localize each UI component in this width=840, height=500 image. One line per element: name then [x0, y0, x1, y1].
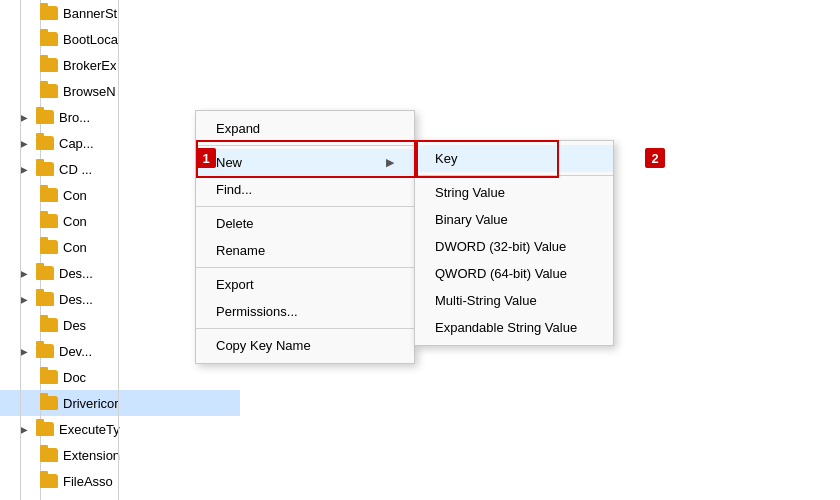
tree-item-bootloca[interactable]: BootLoca [0, 26, 240, 52]
menu-separator [196, 206, 414, 207]
menu-item-expandable-string-value[interactable]: Expandable String Value [415, 314, 613, 341]
menu-item-qword-value[interactable]: QWORD (64-bit) Value [415, 260, 613, 287]
menu-item-dword-value[interactable]: DWORD (32-bit) Value [415, 233, 613, 260]
tree-label: Cap... [59, 136, 94, 151]
folder-icon [36, 344, 54, 358]
menu-separator [196, 267, 414, 268]
folder-icon [40, 318, 58, 332]
context-menu-new: Key String Value Binary Value DWORD (32-… [414, 140, 614, 346]
menu-item-new[interactable]: New ▶ [196, 149, 414, 176]
menu-item-delete[interactable]: Delete [196, 210, 414, 237]
menu-item-permissions[interactable]: Permissions... [196, 298, 414, 325]
annotation-number-1: 1 [196, 148, 216, 168]
expand-arrow: ▶ [20, 268, 36, 279]
menu-item-string-value[interactable]: String Value [415, 179, 613, 206]
tree-item-extension[interactable]: Extension [0, 442, 240, 468]
tree-item-fileasso[interactable]: FileAsso [0, 468, 240, 494]
tree-item-brokerex[interactable]: BrokerEx [0, 52, 240, 78]
tree-label: Des... [59, 266, 93, 281]
tree-label: Drivericor [63, 396, 119, 411]
tree-vline-3 [118, 0, 119, 500]
menu-separator [196, 145, 414, 146]
tree-label: CD ... [59, 162, 92, 177]
expand-arrow: ▶ [20, 138, 36, 149]
folder-icon [36, 110, 54, 124]
tree-label: Doc [63, 370, 86, 385]
context-menu-registry: Expand New ▶ Find... Delete Rename Expor… [195, 110, 415, 364]
menu-item-expand[interactable]: Expand [196, 115, 414, 142]
tree-item-bannerst[interactable]: BannerSt [0, 0, 240, 26]
tree-item-drivericor[interactable]: Drivericor [0, 390, 240, 416]
menu-item-export[interactable]: Export [196, 271, 414, 298]
tree-vline-1 [20, 0, 21, 500]
menu-item-copy-key-name[interactable]: Copy Key Name [196, 332, 414, 359]
folder-icon [40, 448, 58, 462]
tree-label: Des [63, 318, 86, 333]
folder-icon [40, 188, 58, 202]
tree-label: BootLoca [63, 32, 118, 47]
tree-item-browsen[interactable]: BrowseN [0, 78, 240, 104]
menu-item-key[interactable]: Key [415, 145, 613, 172]
tree-label: Extension [63, 448, 120, 463]
menu-item-rename[interactable]: Rename [196, 237, 414, 264]
tree-label: BrokerEx [63, 58, 116, 73]
folder-icon [40, 240, 58, 254]
tree-label: Con [63, 240, 87, 255]
expand-arrow: ▶ [20, 346, 36, 357]
tree-label: ExecuteTy [59, 422, 120, 437]
expand-arrow: ▶ [20, 112, 36, 123]
tree-label: Dev... [59, 344, 92, 359]
folder-icon [40, 58, 58, 72]
menu-separator [415, 175, 613, 176]
expand-arrow: ▶ [20, 424, 36, 435]
expand-arrow: ▶ [20, 164, 36, 175]
tree-item-executety[interactable]: ▶ ExecuteTy [0, 416, 240, 442]
menu-item-multi-string-value[interactable]: Multi-String Value [415, 287, 613, 314]
folder-icon [40, 396, 58, 410]
tree-label: FileAsso [63, 474, 113, 489]
tree-label: BrowseN [63, 84, 116, 99]
menu-separator [196, 328, 414, 329]
menu-item-binary-value[interactable]: Binary Value [415, 206, 613, 233]
tree-item-doc[interactable]: Doc [0, 364, 240, 390]
submenu-arrow-icon: ▶ [386, 156, 394, 169]
tree-label: Con [63, 214, 87, 229]
folder-icon [40, 370, 58, 384]
folder-icon [40, 474, 58, 488]
tree-label: Bro... [59, 110, 90, 125]
tree-label: Des... [59, 292, 93, 307]
tree-label: BannerSt [63, 6, 117, 21]
expand-arrow: ▶ [20, 294, 36, 305]
folder-icon [40, 214, 58, 228]
menu-item-find[interactable]: Find... [196, 176, 414, 203]
folder-icon [36, 422, 54, 436]
tree-label: Con [63, 188, 87, 203]
folder-icon [40, 32, 58, 46]
folder-icon [36, 162, 54, 176]
folder-icon [40, 84, 58, 98]
annotation-number-2: 2 [645, 148, 665, 168]
folder-icon [40, 6, 58, 20]
folder-icon [36, 266, 54, 280]
folder-icon [36, 136, 54, 150]
folder-icon [36, 292, 54, 306]
